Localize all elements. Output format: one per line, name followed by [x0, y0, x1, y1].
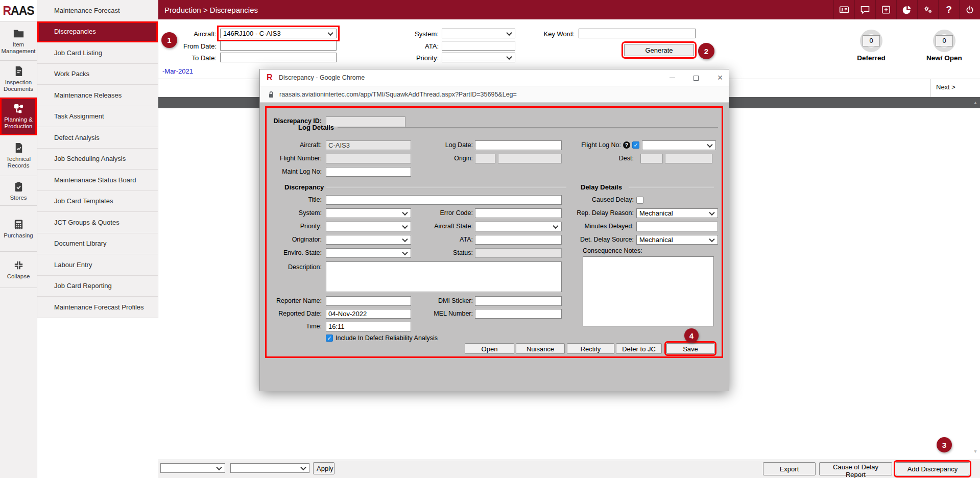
ata-input[interactable] — [475, 235, 562, 245]
help-icon[interactable] — [623, 141, 630, 149]
menu-item-jct-groups-quotes[interactable]: JCT Groups & Quotes — [37, 212, 158, 233]
lock-icon[interactable] — [268, 91, 274, 98]
aircraft-filter-select[interactable]: 146RJ100 - C-AIS3 — [220, 29, 337, 38]
keyword-input[interactable] — [579, 29, 696, 38]
consequence-notes-textarea[interactable] — [583, 256, 714, 326]
priority-select[interactable] — [326, 222, 411, 231]
sidebar-item-planning-production[interactable]: Planning & Production — [0, 98, 37, 135]
sidebar-item-technical-records[interactable]: Technical Records — [0, 135, 37, 176]
scrollbar-down-arrow[interactable] — [971, 447, 979, 456]
log-date-input[interactable] — [475, 140, 562, 150]
menu-item-maintenance-forecast-profiles[interactable]: Maintenance Forecast Profiles — [37, 297, 158, 318]
generate-button[interactable]: Generate — [624, 44, 694, 56]
add-discrepancy-button[interactable]: Add Discrepancy — [896, 462, 969, 475]
minimize-icon — [670, 78, 675, 78]
popup-title-bar[interactable]: R Discrepancy - Google Chrome — [260, 69, 729, 86]
keyword-label: Key Word: — [523, 29, 575, 39]
aircraft-label: Aircraft: — [271, 140, 322, 150]
annotation-badge-1: 1 — [161, 32, 177, 48]
header-icons: ? — [833, 0, 980, 19]
id-card-icon — [839, 5, 849, 15]
rep-delay-reason-select[interactable]: Mechanical — [636, 208, 718, 218]
chevron-down-icon — [402, 249, 408, 255]
save-button[interactable]: Save — [666, 343, 714, 354]
origin-name-input — [498, 154, 562, 163]
menu-item-work-packs[interactable]: Work Packs — [37, 64, 158, 85]
scrollbar-up-arrow[interactable] — [971, 99, 979, 107]
next-page-link[interactable]: Next > — [936, 83, 955, 91]
sidebar-item-inspection-documents[interactable]: Inspection Documents — [0, 61, 37, 98]
menu-item-job-scheduling-analysis[interactable]: Job Scheduling Analysis — [37, 149, 158, 170]
include-defect-reliability-checkbox[interactable] — [326, 334, 333, 342]
menu-item-labour-entry[interactable]: Labour Entry — [37, 254, 158, 276]
reported-date-input[interactable] — [326, 309, 411, 319]
help-button[interactable]: ? — [938, 0, 959, 19]
mel-number-input[interactable] — [475, 309, 562, 319]
sidebar-collapse-button[interactable]: Collapse — [0, 252, 37, 288]
minutes-delayed-input[interactable] — [636, 222, 718, 231]
defer-to-jc-button[interactable]: Defer to JC — [616, 343, 662, 354]
technical-record-icon — [13, 142, 25, 154]
to-date-input[interactable] — [220, 53, 337, 62]
caused-delay-checkbox[interactable] — [636, 197, 643, 204]
reported-date-label: Reported Date: — [271, 309, 322, 319]
minimize-button[interactable] — [664, 69, 680, 86]
priority-filter-select[interactable] — [442, 53, 515, 62]
settings-button[interactable] — [917, 0, 938, 19]
cause-of-delay-report-button[interactable]: Cause of Delay Report — [819, 462, 892, 475]
flight-log-no-select[interactable] — [642, 140, 716, 150]
maint-log-no-input[interactable] — [326, 167, 411, 177]
breadcrumb: Production > Discrepancies — [158, 6, 258, 14]
nuisance-button[interactable]: Nuisance — [516, 343, 565, 354]
aircraft-state-select[interactable] — [475, 222, 562, 231]
sidebar-item-purchasing[interactable]: Purchasing — [0, 206, 37, 252]
ata-filter-input[interactable] — [442, 41, 515, 51]
rectify-button[interactable]: Rectify — [567, 343, 614, 354]
originator-select[interactable] — [326, 235, 411, 245]
raas-logo[interactable]: RAAS — [0, 0, 37, 22]
menu-item-maintenance-forecast[interactable]: Maintenance Forecast — [37, 0, 158, 21]
messages-button[interactable] — [854, 0, 875, 19]
menu-item-job-card-templates[interactable]: Job Card Templates — [37, 191, 158, 212]
menu-item-maintenance-status-board[interactable]: Maintenanace Status Board — [37, 170, 158, 191]
det-delay-source-select[interactable]: Mechanical — [636, 235, 718, 245]
error-code-input[interactable] — [475, 208, 562, 218]
sidebar-item-stores[interactable]: Stores — [0, 176, 37, 206]
menu-item-task-assignment[interactable]: Task Assignment — [37, 106, 158, 128]
footer-filter-select-2[interactable] — [230, 463, 309, 473]
reporter-name-input[interactable] — [326, 296, 411, 306]
menu-item-document-library[interactable]: Document Library — [37, 233, 158, 255]
menu-item-discrepancies[interactable]: Discrepancies — [37, 21, 158, 43]
time-label: Time: — [271, 322, 322, 331]
menu-item-job-card-reporting[interactable]: Job Card Reporting — [37, 276, 158, 297]
description-textarea[interactable] — [326, 261, 562, 292]
profile-id-card-button[interactable] — [833, 0, 854, 19]
maximize-button[interactable] — [688, 69, 704, 86]
chevron-down-icon — [216, 464, 222, 470]
flight-number-input — [326, 154, 411, 163]
sidebar-item-label: Stores — [10, 195, 27, 201]
apply-button[interactable]: Apply — [313, 462, 334, 474]
open-button[interactable]: Open — [465, 343, 514, 354]
flight-log-no-checkbox[interactable] — [632, 141, 639, 149]
logout-button[interactable] — [959, 0, 980, 19]
close-button[interactable] — [712, 69, 728, 86]
menu-item-job-card-listing[interactable]: Job Card Listing — [37, 42, 158, 64]
dmi-sticker-input[interactable] — [475, 296, 562, 306]
from-date-input[interactable] — [220, 41, 337, 51]
menu-item-maintenance-releases[interactable]: Maintenance Releases — [37, 85, 158, 106]
time-input[interactable] — [326, 322, 411, 331]
date-group-link[interactable]: -Mar-2021 — [162, 67, 193, 75]
system-select[interactable] — [326, 208, 411, 218]
system-filter-select[interactable] — [442, 29, 515, 38]
sidebar-item-item-management[interactable]: Item Management — [0, 22, 37, 61]
reports-button[interactable] — [896, 0, 917, 19]
export-button[interactable]: Export — [763, 462, 816, 475]
new-window-button[interactable] — [875, 0, 896, 19]
mel-number-label: MEL Number: — [420, 309, 473, 319]
title-input[interactable] — [326, 195, 562, 205]
footer-filter-select-1[interactable] — [160, 463, 225, 473]
menu-item-defect-analysis[interactable]: Defect Analysis — [37, 127, 158, 149]
enviro-state-select[interactable] — [326, 248, 411, 258]
title-label: Title: — [271, 195, 322, 205]
